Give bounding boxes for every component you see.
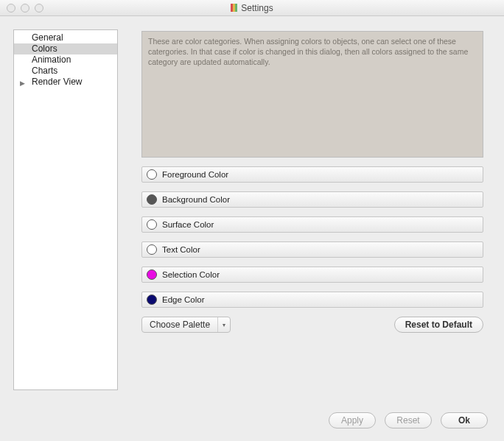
description-box: These are color categories. When assigni… xyxy=(141,31,483,158)
color-label: Background Color xyxy=(162,195,230,204)
color-row-foreground[interactable]: Foreground Color xyxy=(141,166,483,183)
zoom-icon[interactable] xyxy=(35,4,43,13)
color-swatch[interactable] xyxy=(147,244,157,255)
sidebar-item-charts[interactable]: Charts xyxy=(14,66,117,77)
choose-palette-label: Choose Palette xyxy=(142,317,218,332)
color-label: Selection Color xyxy=(162,270,220,279)
color-swatch[interactable] xyxy=(147,194,157,205)
apply-button[interactable]: Apply xyxy=(329,412,376,428)
color-swatch[interactable] xyxy=(147,269,157,280)
sidebar-item-animation[interactable]: Animation xyxy=(14,54,117,66)
sidebar: General Colors Animation Charts ▶ Render… xyxy=(13,29,118,390)
color-row-text[interactable]: Text Color xyxy=(141,241,483,258)
app-icon xyxy=(231,4,237,12)
sidebar-item-label: Render View xyxy=(32,77,82,87)
close-icon[interactable] xyxy=(7,4,15,13)
window-title-text: Settings xyxy=(241,3,273,13)
footer: Apply Reset Ok xyxy=(0,400,504,441)
color-row-surface[interactable]: Surface Color xyxy=(141,216,483,233)
content: General Colors Animation Charts ▶ Render… xyxy=(0,16,504,400)
color-swatch[interactable] xyxy=(147,219,157,230)
color-label: Edge Color xyxy=(162,295,205,304)
sidebar-item-label: General xyxy=(32,32,63,43)
color-label: Surface Color xyxy=(162,220,214,229)
reset-to-default-button[interactable]: Reset to Default xyxy=(394,317,483,333)
color-swatch[interactable] xyxy=(147,294,157,305)
window-title: Settings xyxy=(0,3,504,13)
main-panel: These are color categories. When assigni… xyxy=(118,29,483,400)
reset-to-default-label: Reset to Default xyxy=(405,320,472,330)
apply-label: Apply xyxy=(341,415,363,426)
choose-palette-button[interactable]: Choose Palette ▾ xyxy=(141,317,231,333)
sidebar-item-render-view[interactable]: ▶ Render View xyxy=(14,77,117,88)
color-row-background[interactable]: Background Color xyxy=(141,191,483,208)
sidebar-item-label: Colors xyxy=(32,43,57,54)
color-list: Foreground Color Background Color Surfac… xyxy=(141,166,483,308)
reset-button[interactable]: Reset xyxy=(385,412,432,428)
sidebar-item-label: Charts xyxy=(32,66,57,76)
ok-label: Ok xyxy=(458,415,470,426)
chevron-right-icon[interactable]: ▶ xyxy=(20,78,25,89)
titlebar: Settings xyxy=(0,0,504,16)
minimize-icon[interactable] xyxy=(21,4,29,13)
color-row-selection[interactable]: Selection Color xyxy=(141,267,483,283)
window-controls xyxy=(0,4,43,13)
reset-label: Reset xyxy=(396,415,419,426)
ok-button[interactable]: Ok xyxy=(441,412,488,428)
palette-row: Choose Palette ▾ Reset to Default xyxy=(141,317,483,333)
color-label: Text Color xyxy=(162,245,200,254)
sidebar-item-label: Animation xyxy=(32,54,71,65)
color-row-edge[interactable]: Edge Color xyxy=(141,292,483,308)
color-label: Foreground Color xyxy=(162,170,228,179)
sidebar-item-colors[interactable]: Colors xyxy=(14,43,117,54)
color-swatch[interactable] xyxy=(147,169,157,180)
sidebar-item-general[interactable]: General xyxy=(14,32,117,43)
chevron-down-icon[interactable]: ▾ xyxy=(218,317,230,332)
